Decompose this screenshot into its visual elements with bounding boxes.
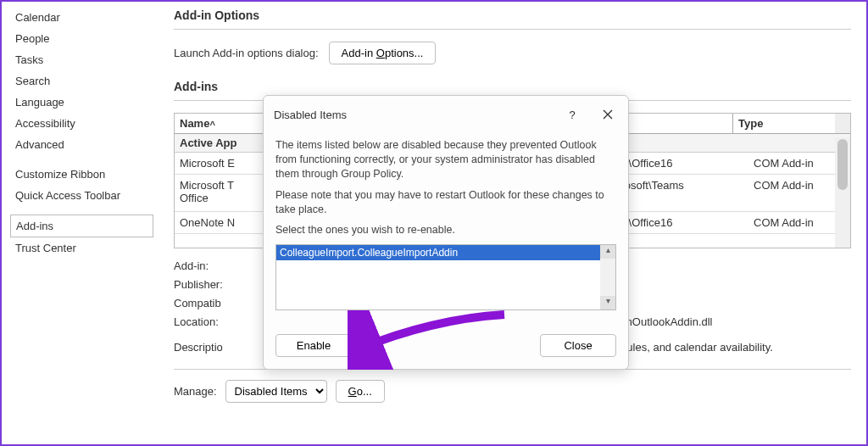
sidebar-item-advanced[interactable]: Advanced (10, 134, 153, 155)
sidebar-item-quick-access-toolbar[interactable]: Quick Access Toolbar (10, 185, 153, 206)
column-header-type[interactable]: Type (733, 114, 835, 133)
table-scrollbar[interactable] (835, 137, 850, 248)
scroll-up-icon[interactable]: ▴ (600, 245, 615, 259)
scroll-down-icon[interactable]: ▾ (600, 296, 615, 309)
detail-location-label: Location: (174, 313, 259, 332)
dialog-text-1: The items listed below are disabled beca… (275, 138, 616, 181)
sidebar-item-calendar[interactable]: Calendar (10, 7, 153, 28)
addin-options-heading: Add-in Options (174, 8, 851, 25)
sidebar-item-language[interactable]: Language (10, 92, 153, 113)
sidebar-item-search[interactable]: Search (10, 70, 153, 92)
detail-addin-label: Add-in: (174, 257, 259, 276)
detail-description-value: rules, and calendar availability. (623, 338, 773, 357)
sort-asc-icon: ^ (209, 120, 214, 130)
addins-heading: Add-ins (174, 80, 851, 97)
dialog-title: Disabled Items (274, 109, 347, 121)
manage-select[interactable]: Disabled Items (225, 380, 327, 403)
dialog-text-3: Select the ones you wish to re-enable. (275, 223, 616, 237)
detail-description-label: Descriptio (174, 338, 259, 357)
sidebar-item-tasks[interactable]: Tasks (10, 49, 153, 70)
underlined-o: O (376, 47, 385, 59)
options-sidebar: Calendar People Tasks Search Language Ac… (2, 2, 159, 444)
sidebar-item-people[interactable]: People (10, 28, 153, 49)
enable-button[interactable]: Enable (275, 334, 352, 357)
manage-label: Manage: (174, 385, 217, 398)
list-item[interactable]: ColleagueImport.ColleagueImportAddin (276, 245, 615, 260)
detail-location-value: mOutlookAddin.dll (623, 313, 713, 332)
detail-compat-label: Compatib (174, 294, 259, 313)
disabled-items-dialog: Disabled Items ? The items listed below … (263, 95, 629, 370)
dialog-text-2: Please note that you may have to restart… (275, 188, 616, 217)
disabled-items-listbox[interactable]: ColleagueImport.ColleagueImportAddin ▴ ▾ (275, 244, 616, 310)
go-button[interactable]: Go... (336, 380, 385, 403)
listbox-scrollbar[interactable]: ▴ ▾ (600, 245, 615, 309)
sidebar-item-accessibility[interactable]: Accessibility (10, 113, 153, 134)
close-button[interactable]: Close (540, 334, 616, 357)
addin-options-button[interactable]: Add-in Options... (329, 42, 437, 64)
close-icon[interactable] (596, 103, 620, 126)
sidebar-item-add-ins[interactable]: Add-ins (10, 215, 153, 237)
help-icon[interactable]: ? (560, 103, 584, 126)
sidebar-item-trust-center[interactable]: Trust Center (10, 237, 153, 259)
detail-publisher-label: Publisher: (174, 276, 259, 294)
launch-label: Launch Add-in options dialog: (174, 47, 319, 59)
sidebar-item-customize-ribbon[interactable]: Customize Ribbon (10, 164, 153, 185)
